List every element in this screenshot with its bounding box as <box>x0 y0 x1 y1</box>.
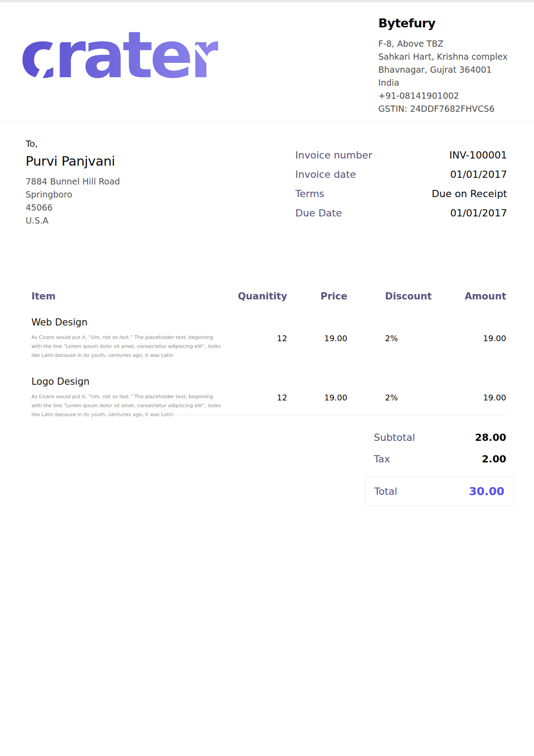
invoice-meta: Invoice number INV-100001 Invoice date 0… <box>295 149 507 227</box>
item-price: 19.00 <box>292 334 347 343</box>
invoice-number-label: Invoice number <box>295 149 372 161</box>
recipient-intro: To, <box>26 138 120 149</box>
subtotal-label: Subtotal <box>374 432 415 443</box>
company-address-line: India <box>378 76 508 89</box>
item-quantity: 12 <box>206 393 287 402</box>
tax-row: Tax 2.00 <box>374 453 506 465</box>
item-name: Logo Design <box>31 376 90 387</box>
invoice-number-value: INV-100001 <box>449 149 507 161</box>
header-divider <box>0 121 534 122</box>
due-date-label: Due Date <box>295 207 342 219</box>
company-gstin: GSTIN: 24DDF7682FHVCS6 <box>378 102 508 115</box>
table-row: Logo Design As Cicero would put it, “Um,… <box>0 376 534 430</box>
header-quantity: Quanitity <box>206 291 287 302</box>
tax-label: Tax <box>374 453 390 465</box>
items-table-header: Item Quanitity Price Discount Amount <box>0 291 534 304</box>
meta-row-due-date: Due Date 01/01/2017 <box>295 207 507 219</box>
header-amount: Amount <box>416 291 506 302</box>
company-address-line: Sahkari Hart, Krishna complex <box>378 50 508 63</box>
recipient-name: Purvi Panjvani <box>26 154 120 169</box>
due-date-value: 01/01/2017 <box>450 207 507 219</box>
company-address-line: F-8, Above TBZ <box>378 37 508 50</box>
subtotal-value: 28.00 <box>475 432 506 443</box>
company-info: Bytefury F-8, Above TBZ Sahkari Hart, Kr… <box>378 16 508 115</box>
table-row: Web Design As Cicero would put it, “Um, … <box>0 317 534 371</box>
total-value: 30.00 <box>469 485 504 498</box>
recipient-address-line: Springboro <box>26 188 120 201</box>
item-description-line: like Latin because in its youth, centuri… <box>31 351 239 360</box>
header-item: Item <box>31 291 56 302</box>
invoice-page: crater Bytefury F-8, Above TBZ Sahkari H… <box>0 0 534 756</box>
recipient-address-line: 45066 <box>26 201 120 214</box>
invoice-date-value: 01/01/2017 <box>450 169 507 180</box>
company-name: Bytefury <box>378 16 508 30</box>
recipient-address-line: 7884 Bunnel Hill Road <box>26 175 120 188</box>
item-amount: 19.00 <box>416 393 506 402</box>
item-quantity: 12 <box>206 334 287 343</box>
terms-value: Due on Receipt <box>432 188 507 199</box>
meta-row-invoice-number: Invoice number INV-100001 <box>295 149 507 161</box>
subtotal-row: Subtotal 28.00 <box>374 432 506 443</box>
tax-value: 2.00 <box>482 453 506 465</box>
item-description-line: with the line “Lorem ipsum dolor sit ame… <box>31 401 239 410</box>
item-name: Web Design <box>31 317 88 328</box>
total-box: Total 30.00 <box>365 477 514 505</box>
top-strip <box>0 0 534 2</box>
item-description-line: with the line “Lorem ipsum dolor sit ame… <box>31 342 239 351</box>
total-label: Total <box>374 486 397 497</box>
recipient-block: To, Purvi Panjvani 7884 Bunnel Hill Road… <box>26 138 120 227</box>
item-price: 19.00 <box>292 393 347 402</box>
meta-row-invoice-date: Invoice date 01/01/2017 <box>295 169 507 180</box>
header-price: Price <box>292 291 347 302</box>
company-address-line: Bhavnagar, Gujrat 364001 <box>378 63 508 76</box>
totals-divider <box>29 415 506 415</box>
recipient-address-line: U.S.A <box>26 214 120 227</box>
company-phone: +91-08141901002 <box>378 89 508 102</box>
item-amount: 19.00 <box>416 334 506 343</box>
terms-label: Terms <box>295 188 324 199</box>
invoice-date-label: Invoice date <box>295 169 356 180</box>
meta-row-terms: Terms Due on Receipt <box>295 188 507 199</box>
